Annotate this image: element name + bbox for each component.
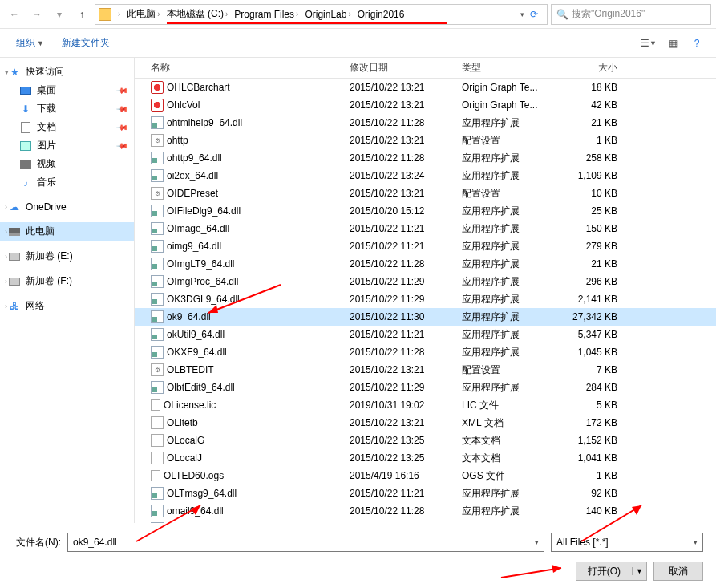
- cancel-button[interactable]: 取消: [653, 562, 703, 581]
- sidebar-onedrive[interactable]: ›☁OneDrive: [0, 198, 134, 216]
- new-folder-button[interactable]: 新建文件夹: [55, 33, 116, 53]
- file-size: 18 KB: [552, 82, 624, 93]
- file-size: 1,045 KB: [552, 347, 624, 358]
- file-size: 1 KB: [552, 135, 624, 146]
- file-type: 应用程序扩展: [455, 381, 552, 395]
- column-type[interactable]: 类型: [455, 61, 552, 75]
- file-icon: [151, 381, 164, 394]
- file-name: OImgLT9_64.dll: [167, 258, 235, 270]
- organize-button[interactable]: 组织▼: [10, 33, 51, 53]
- file-row[interactable]: OLocalJ2015/10/22 13:25文本文档1,041 KB: [135, 449, 716, 467]
- file-date: 2015/10/22 11:30: [343, 311, 455, 322]
- file-type: 应用程序扩展: [455, 293, 552, 306]
- sidebar-drive-f[interactable]: ›新加卷 (F:): [0, 272, 134, 290]
- file-type: 应用程序扩展: [455, 169, 552, 183]
- column-name[interactable]: 名称: [135, 61, 343, 75]
- up-button[interactable]: ↑: [72, 5, 91, 24]
- file-date: 2015/4/19 16:16: [343, 470, 455, 481]
- file-type: 应用程序扩展: [455, 275, 552, 289]
- file-row[interactable]: oimg9_64.dll2015/10/22 11:21应用程序扩展279 KB: [135, 237, 716, 255]
- sidebar: ▾★快速访问 桌面📌 ⬇下载📌 文档📌 图片📌 视频 ♪音乐 ›☁OneDriv…: [0, 58, 135, 523]
- breadcrumb-segment: 本地磁盘 (C:)›: [164, 6, 232, 22]
- recent-dropdown[interactable]: ▾: [50, 5, 69, 24]
- file-row[interactable]: OlbtEdit9_64.dll2015/10/22 11:29应用程序扩展28…: [135, 379, 716, 396]
- file-date: 2015/10/22 11:21: [343, 488, 455, 499]
- open-dropdown-icon[interactable]: ▼: [632, 567, 646, 575]
- breadcrumb[interactable]: › 此电脑› 本地磁盘 (C:)› Program Files› OriginL…: [95, 4, 548, 25]
- sidebar-downloads[interactable]: ⬇下载📌: [0, 99, 134, 118]
- file-icon: [151, 328, 164, 341]
- open-button[interactable]: 打开(O) ▼: [576, 562, 647, 581]
- sidebar-drive-e[interactable]: ›新加卷 (E:): [0, 247, 134, 266]
- sidebar-network[interactable]: ›🖧网络: [0, 297, 134, 315]
- file-row[interactable]: ok9_64.dll2015/10/22 11:30应用程序扩展27,342 K…: [135, 308, 716, 326]
- file-row[interactable]: okUtil9_64.dll2015/10/22 11:21应用程序扩展5,34…: [135, 326, 716, 343]
- file-row[interactable]: ohtmlhelp9_64.dll2015/10/22 11:28应用程序扩展2…: [135, 114, 716, 132]
- sidebar-videos[interactable]: 视频: [0, 155, 134, 173]
- file-icon: [151, 134, 164, 147]
- file-row[interactable]: omat9_64.dll2015/10/22 11:28应用程序扩展284 KB: [135, 520, 716, 523]
- refresh-icon[interactable]: ⟳: [524, 9, 544, 20]
- pin-icon: 📌: [116, 83, 129, 96]
- file-date: 2015/10/22 13:21: [343, 364, 455, 375]
- sidebar-music[interactable]: ♪音乐: [0, 173, 134, 192]
- file-type: 应用程序扩展: [455, 487, 552, 501]
- file-name: OLTED60.ogs: [164, 470, 224, 481]
- file-type: 应用程序扩展: [455, 152, 552, 165]
- view-icons-button[interactable]: ☰▼: [639, 34, 658, 53]
- view-list-button[interactable]: ▦: [663, 34, 682, 53]
- file-icon: [151, 169, 164, 182]
- file-filter-dropdown[interactable]: All Files [*.*] ▾: [551, 533, 703, 552]
- file-date: 2015/10/22 11:28: [343, 505, 455, 517]
- sidebar-pictures[interactable]: 图片📌: [0, 136, 134, 155]
- file-row[interactable]: OImgProc_64.dll2015/10/22 11:29应用程序扩展296…: [135, 273, 716, 290]
- file-row[interactable]: omail9_64.dll2015/10/22 11:28应用程序扩展140 K…: [135, 502, 716, 520]
- file-size: 5 KB: [552, 399, 624, 411]
- file-icon: [151, 505, 164, 517]
- file-type: XML 文档: [455, 416, 552, 430]
- sidebar-quick-access[interactable]: ▾★快速访问: [0, 63, 134, 81]
- sidebar-desktop[interactable]: 桌面📌: [0, 81, 134, 99]
- file-type: 应用程序扩展: [455, 522, 552, 524]
- filename-input[interactable]: ok9_64.dll ▾: [67, 533, 544, 552]
- file-name: ohttp9_64.dll: [167, 152, 222, 164]
- file-size: 5,347 KB: [552, 329, 624, 340]
- file-row[interactable]: ohttp9_64.dll2015/10/22 11:28应用程序扩展258 K…: [135, 149, 716, 167]
- file-type: LIC 文件: [455, 399, 552, 412]
- file-row[interactable]: OhlcVol2015/10/22 13:21Origin Graph Te..…: [135, 96, 716, 114]
- pin-icon: 📌: [116, 102, 129, 115]
- file-row[interactable]: OLTED60.ogs2015/4/19 16:16OGS 文件1 KB: [135, 467, 716, 485]
- file-name: OLicense.lic: [164, 399, 216, 411]
- column-date[interactable]: 修改日期: [343, 61, 455, 75]
- file-row[interactable]: OIFileDlg9_64.dll2015/10/20 15:12应用程序扩展2…: [135, 202, 716, 220]
- chevron-down-icon[interactable]: ▾: [694, 538, 698, 546]
- file-row[interactable]: OLicense.lic2019/10/31 19:02LIC 文件5 KB: [135, 396, 716, 414]
- file-name: OIFileDlg9_64.dll: [167, 205, 241, 217]
- sidebar-this-pc[interactable]: ›此电脑: [0, 222, 134, 241]
- sidebar-documents[interactable]: 文档📌: [0, 118, 134, 136]
- file-row[interactable]: OImage_64.dll2015/10/22 11:21应用程序扩展150 K…: [135, 220, 716, 237]
- file-row[interactable]: OLitetb2015/10/22 13:21XML 文档172 KB: [135, 414, 716, 432]
- file-date: 2015/10/22 11:29: [343, 294, 455, 305]
- file-size: 42 KB: [552, 99, 624, 111]
- help-button[interactable]: ?: [687, 34, 706, 53]
- file-size: 10 KB: [552, 188, 624, 199]
- file-type: 应用程序扩展: [455, 258, 552, 271]
- chevron-down-icon[interactable]: ▾: [535, 538, 539, 546]
- file-name: OKXF9_64.dll: [167, 347, 227, 358]
- column-size[interactable]: 大小: [552, 61, 624, 75]
- file-row[interactable]: OKXF9_64.dll2015/10/22 11:28应用程序扩展1,045 …: [135, 343, 716, 361]
- file-row[interactable]: OLocalG2015/10/22 13:25文本文档1,152 KB: [135, 432, 716, 449]
- file-row[interactable]: OK3DGL9_64.dll2015/10/22 11:29应用程序扩展2,14…: [135, 290, 716, 308]
- search-icon: 🔍: [556, 9, 568, 20]
- file-row[interactable]: ohttp2015/10/22 13:21配置设置1 KB: [135, 132, 716, 149]
- file-name: OK3DGL9_64.dll: [167, 294, 240, 305]
- search-input[interactable]: 🔍 搜索"Origin2016": [551, 4, 711, 25]
- file-row[interactable]: oi2ex_64.dll2015/10/22 13:24应用程序扩展1,109 …: [135, 167, 716, 185]
- file-row[interactable]: OIDEPreset2015/10/22 13:21配置设置10 KB: [135, 185, 716, 202]
- file-row[interactable]: OLTmsg9_64.dll2015/10/22 11:21应用程序扩展92 K…: [135, 485, 716, 502]
- back-button[interactable]: ←: [5, 5, 24, 24]
- file-row[interactable]: OImgLT9_64.dll2015/10/22 11:28应用程序扩展21 K…: [135, 255, 716, 273]
- file-row[interactable]: OLBTEDIT2015/10/22 13:21配置设置7 KB: [135, 361, 716, 379]
- file-row[interactable]: OHLCBarchart2015/10/22 13:21Origin Graph…: [135, 79, 716, 96]
